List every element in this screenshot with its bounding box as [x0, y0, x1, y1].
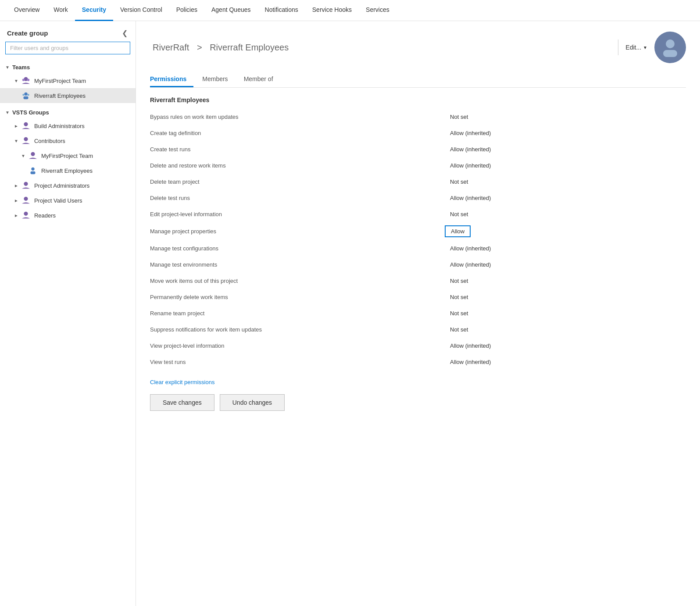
permission-value-text[interactable]: Allow (inherited): [445, 160, 496, 171]
permission-value[interactable]: Allow (inherited): [445, 257, 686, 273]
sidebar-item-riverraft-contrib[interactable]: Riverraft Employees: [0, 163, 136, 178]
main-layout: Create group ❮ ▼ Teams ▼ MyFirstProject …: [0, 21, 700, 606]
permission-value[interactable]: Allow (inherited): [445, 157, 686, 174]
nav-item-agent-queues[interactable]: Agent Queues: [204, 0, 258, 21]
undo-changes-button[interactable]: Undo changes: [220, 394, 285, 411]
nav-item-version-control[interactable]: Version Control: [113, 0, 169, 21]
svg-point-1: [22, 78, 25, 81]
permission-value[interactable]: Allow (inherited): [445, 338, 686, 354]
myfp-contrib-chevron-icon: ▼: [21, 153, 25, 158]
contributors-chevron-icon: ▼: [14, 139, 18, 143]
permission-value[interactable]: Allow (inherited): [445, 141, 686, 157]
permission-value-text[interactable]: Not set: [445, 324, 473, 335]
sidebar-item-myfirstproject-contributors[interactable]: ▼ MyFirstProject Team: [0, 148, 136, 163]
permission-value-text[interactable]: Allow: [445, 225, 471, 237]
permission-value[interactable]: Not set: [445, 174, 686, 190]
permission-row: Permanently delete work itemsNot set: [150, 289, 686, 305]
permission-value-text[interactable]: Allow (inherited): [445, 341, 496, 351]
svg-point-9: [31, 152, 35, 156]
nav-item-notifications[interactable]: Notifications: [258, 0, 305, 21]
svg-rect-16: [663, 50, 677, 57]
permission-value[interactable]: Allow: [445, 222, 686, 240]
vsts-groups-section-header[interactable]: ▼ VSTS Groups: [0, 107, 136, 118]
permission-value-text[interactable]: Allow (inherited): [445, 357, 496, 367]
permission-name: Manage test configurations: [150, 240, 445, 257]
permission-value[interactable]: Not set: [445, 305, 686, 321]
permission-value-text[interactable]: Not set: [445, 308, 473, 318]
project-valid-icon: [21, 196, 31, 205]
sidebar-item-contributors[interactable]: ▼ Contributors: [0, 133, 136, 148]
nav-item-services[interactable]: Services: [359, 0, 396, 21]
permission-value[interactable]: Allow (inherited): [445, 240, 686, 257]
permission-value[interactable]: Not set: [445, 289, 686, 305]
permission-value-text[interactable]: Allow (inherited): [445, 128, 496, 138]
svg-point-15: [666, 39, 675, 48]
permission-row: Edit project-level informationNot set: [150, 206, 686, 222]
permission-name: Suppress notifications for work item upd…: [150, 321, 445, 338]
sidebar-item-project-valid-users[interactable]: ► Project Valid Users: [0, 193, 136, 208]
permission-value[interactable]: Not set: [445, 206, 686, 222]
permission-value[interactable]: Not set: [445, 273, 686, 289]
nav-item-work[interactable]: Work: [46, 0, 75, 21]
permission-value[interactable]: Allow (inherited): [445, 125, 686, 141]
nav-item-service-hooks[interactable]: Service Hooks: [305, 0, 359, 21]
teams-section-header[interactable]: ▼ Teams: [0, 61, 136, 73]
myfirstproject-team-label: MyFirstProject Team: [34, 78, 86, 84]
sidebar-collapse-button[interactable]: ❮: [119, 28, 130, 38]
sidebar-item-readers[interactable]: ► Readers: [0, 208, 136, 223]
contributors-label: Contributors: [34, 138, 65, 144]
myfirstproject-chevron-icon: ▼: [14, 78, 18, 83]
permission-row: View test runsAllow (inherited): [150, 354, 686, 370]
permission-row: Suppress notifications for work item upd…: [150, 321, 686, 338]
sidebar-item-myfirstproject-team[interactable]: ▼ MyFirstProject Team: [0, 73, 136, 88]
permission-value[interactable]: Allow (inherited): [445, 190, 686, 206]
edit-label: Edit...: [625, 44, 641, 51]
permission-name: Create test runs: [150, 141, 445, 157]
permission-row: Manage test environmentsAllow (inherited…: [150, 257, 686, 273]
permission-name: Manage project properties: [150, 222, 445, 240]
permission-name: Delete team project: [150, 174, 445, 190]
permission-value[interactable]: Not set: [445, 321, 686, 338]
permission-value-text[interactable]: Not set: [445, 112, 473, 122]
nav-item-policies[interactable]: Policies: [169, 0, 204, 21]
clear-permissions-link[interactable]: Clear explicit permissions: [150, 379, 214, 385]
permission-row: View project-level informationAllow (inh…: [150, 338, 686, 354]
permission-value-text[interactable]: Allow (inherited): [445, 243, 496, 253]
permissions-table: Bypass rules on work item updatesNot set…: [150, 109, 686, 370]
permission-value-text[interactable]: Allow (inherited): [445, 193, 496, 203]
vsts-groups-label: VSTS Groups: [12, 109, 49, 116]
project-admins-label: Project Administrators: [34, 182, 89, 189]
permission-row: Delete test runsAllow (inherited): [150, 190, 686, 206]
permission-name: Move work items out of this project: [150, 273, 445, 289]
svg-point-12: [24, 182, 28, 186]
permission-row: Manage test configurationsAllow (inherit…: [150, 240, 686, 257]
edit-caret-icon: ▼: [643, 45, 647, 50]
riverraft-employees-teams-label: Riverraft Employees: [34, 93, 86, 99]
sidebar-item-build-admins[interactable]: ► Build Administrators: [0, 118, 136, 133]
nav-item-security[interactable]: Security: [75, 0, 113, 21]
permission-value-text[interactable]: Not set: [445, 177, 473, 187]
readers-icon: [21, 210, 31, 220]
tab-members[interactable]: Members: [202, 72, 235, 87]
permission-row: Delete and restore work itemsAllow (inhe…: [150, 157, 686, 174]
permission-name: Bypass rules on work item updates: [150, 109, 445, 125]
permission-name: View test runs: [150, 354, 445, 370]
permission-value[interactable]: Not set: [445, 109, 686, 125]
tab-permissions[interactable]: Permissions: [150, 72, 193, 87]
permission-value-text[interactable]: Not set: [445, 209, 473, 219]
svg-point-5: [22, 94, 25, 96]
permission-value-text[interactable]: Allow (inherited): [445, 260, 496, 270]
sidebar-item-project-admins[interactable]: ► Project Administrators: [0, 178, 136, 193]
permission-row: Rename team projectNot set: [150, 305, 686, 321]
permission-value-text[interactable]: Allow (inherited): [445, 144, 496, 154]
permission-value-text[interactable]: Not set: [445, 292, 473, 302]
save-changes-button[interactable]: Save changes: [150, 394, 214, 411]
sidebar-item-riverraft-employees-teams[interactable]: Riverraft Employees: [0, 88, 136, 103]
permission-value-text[interactable]: Not set: [445, 276, 473, 286]
edit-dropdown-button[interactable]: Edit... ▼: [625, 44, 647, 51]
tab-member-of[interactable]: Member of: [244, 72, 280, 87]
nav-item-overview[interactable]: Overview: [7, 0, 46, 21]
filter-input[interactable]: [5, 42, 130, 54]
permission-value[interactable]: Allow (inherited): [445, 354, 686, 370]
permission-name: Create tag definition: [150, 125, 445, 141]
